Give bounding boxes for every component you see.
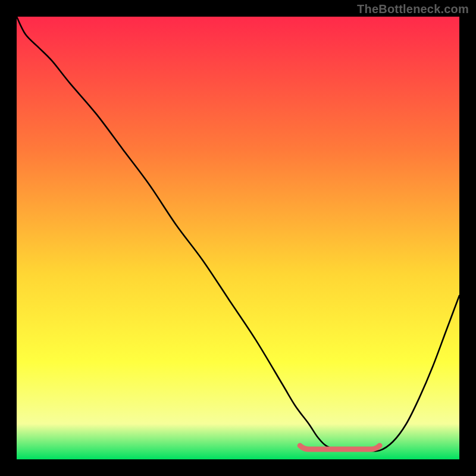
attribution-label: TheBottleneck.com (357, 2, 469, 16)
chart-frame: TheBottleneck.com (0, 0, 476, 476)
gradient-background (17, 17, 459, 459)
bottleneck-chart (17, 17, 459, 459)
